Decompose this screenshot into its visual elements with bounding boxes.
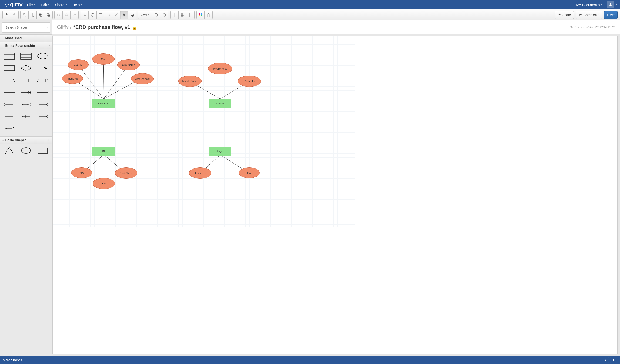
ellipse-tool-button[interactable] — [89, 11, 97, 19]
attr-cust-id[interactable]: Cust ID — [68, 59, 89, 70]
er-shape-one-many[interactable] — [35, 64, 50, 73]
doc-title[interactable]: *ERD purchase flow, v1 — [73, 24, 130, 30]
search-input[interactable] — [4, 24, 47, 30]
er-shape-o-bar-crow[interactable] — [19, 112, 33, 121]
note-button[interactable] — [62, 11, 71, 19]
undo-button[interactable] — [2, 11, 11, 19]
menu-my-documents[interactable]: My Documents▼ — [574, 1, 605, 9]
theme-button[interactable] — [197, 11, 204, 19]
pointer-tool-button[interactable] — [120, 11, 128, 19]
chevron-down-icon: ▼ — [601, 3, 603, 6]
guides-button[interactable] — [186, 11, 194, 19]
attr-bid[interactable]: Bid — [93, 178, 115, 189]
breadcrumb[interactable]: Gliffy / — [57, 24, 71, 30]
hide-sidebar-button[interactable] — [610, 357, 617, 363]
entity-bill[interactable]: Bill — [92, 147, 115, 156]
attr-mobile-price[interactable]: Mobile Price — [208, 63, 232, 75]
connector-tool-button[interactable] — [105, 11, 112, 19]
attr-amount-paid[interactable]: Amount paid — [131, 73, 154, 84]
text-tool-button[interactable]: A — [81, 11, 89, 19]
layers-button[interactable] — [204, 11, 213, 19]
snap-grid-button[interactable] — [170, 11, 179, 19]
redo-button[interactable] — [11, 11, 18, 19]
close-icon[interactable]: × — [48, 138, 50, 142]
attr-phone-no[interactable]: Phone No — [62, 73, 83, 84]
panel-entity-relationship[interactable]: ≡Entity-Relationship× — [0, 42, 52, 49]
lock-icon: 🔒 — [132, 25, 137, 30]
er-shape-zero-one[interactable] — [19, 88, 33, 97]
attr-admin-id[interactable]: Admin ID — [189, 167, 211, 179]
rect-tool-button[interactable] — [97, 11, 105, 19]
user-avatar[interactable] — [607, 1, 614, 8]
er-shape-bar-crow2[interactable] — [35, 112, 50, 121]
er-shape-plain[interactable] — [35, 88, 50, 97]
more-shapes-link[interactable]: More Shapes — [3, 358, 22, 362]
menu-edit[interactable]: Edit▼ — [39, 1, 52, 9]
attr-price[interactable]: Price — [71, 167, 92, 178]
entity-login[interactable]: Login — [209, 147, 231, 156]
svg-line-48 — [46, 80, 48, 82]
link-button[interactable] — [55, 11, 62, 19]
menu-file[interactable]: File▼ — [25, 1, 38, 9]
basic-shape-ellipse[interactable] — [19, 146, 33, 155]
er-shape-entity-rows[interactable] — [19, 52, 33, 61]
er-shape-crow-bar[interactable] — [35, 100, 50, 109]
er-shape-many[interactable] — [2, 76, 17, 85]
doc-header: Gliffy / *ERD purchase flow, v1 🔒 Draft … — [52, 20, 620, 34]
canvas[interactable]: Phone No Cust ID City Cust Name Amount p… — [53, 36, 355, 227]
collapse-panel-button[interactable] — [602, 357, 609, 363]
attr-cust-name[interactable]: Cust Name — [117, 59, 140, 71]
svg-rect-0 — [23, 14, 24, 15]
line-tool-button[interactable] — [112, 11, 120, 19]
er-shape-one-one[interactable] — [19, 76, 33, 85]
er-shape-o-crow[interactable] — [2, 124, 17, 133]
ungroup-button[interactable] — [29, 11, 37, 19]
share-button[interactable]: Share — [555, 11, 574, 19]
er-shape-entity[interactable] — [2, 52, 17, 61]
zoom-dropdown[interactable]: 75%▼ — [139, 11, 153, 19]
panel-most-used[interactable]: ≡Most Used — [0, 34, 52, 42]
group-button[interactable] — [21, 11, 29, 19]
undo-icon — [5, 13, 8, 17]
line-icon — [114, 13, 118, 17]
send-back-button[interactable] — [45, 11, 52, 19]
panel-basic-shapes[interactable]: ≡Basic Shapes× — [0, 136, 52, 144]
close-icon[interactable]: × — [48, 44, 50, 47]
attr-phone-id[interactable]: Phone ID — [238, 76, 261, 87]
pan-tool-button[interactable] — [128, 11, 136, 19]
show-grid-button[interactable] — [179, 11, 186, 19]
er-shape-ellipse[interactable] — [35, 52, 50, 61]
er-shape-diamond[interactable] — [19, 64, 33, 73]
link-icon — [57, 13, 61, 17]
er-shape-crow-o[interactable] — [19, 100, 33, 109]
attr-bill-cust-name[interactable]: Cust Name — [115, 167, 137, 179]
basic-shape-rect[interactable] — [35, 146, 50, 155]
zoom-in-button[interactable] — [153, 11, 160, 19]
entity-customer[interactable]: Customer — [92, 99, 115, 108]
attr-pw[interactable]: PW — [239, 167, 260, 178]
back-icon — [46, 13, 50, 17]
bring-front-button[interactable] — [37, 11, 45, 19]
svg-rect-22 — [201, 15, 202, 16]
svg-line-47 — [46, 79, 48, 80]
entity-mobile[interactable]: Mobile — [209, 99, 231, 108]
er-shape-rect[interactable] — [2, 64, 17, 73]
menu-share[interactable]: Share▼ — [53, 1, 70, 9]
basic-shape-triangle[interactable] — [2, 146, 17, 155]
canvas-wrap[interactable]: Phone No Cust ID City Cust Name Amount p… — [52, 36, 618, 354]
save-button[interactable]: Save — [604, 11, 618, 19]
er-shape-bar-crow[interactable] — [2, 112, 17, 121]
er-shape-many-many[interactable] — [35, 76, 50, 85]
er-shape-crow[interactable] — [2, 100, 17, 109]
popup-button[interactable] — [71, 11, 78, 19]
palette-icon — [199, 13, 202, 17]
snap-icon — [172, 13, 176, 17]
zoom-out-button[interactable] — [160, 11, 168, 19]
menu-help[interactable]: Help▼ — [70, 1, 85, 9]
attr-city[interactable]: City — [92, 54, 114, 65]
rect-icon — [99, 13, 102, 17]
comments-button[interactable]: Comments — [576, 11, 602, 19]
svg-line-46 — [37, 80, 39, 82]
attr-mobile-name[interactable]: Mobile Name — [178, 76, 202, 87]
er-shape-one[interactable] — [2, 88, 17, 97]
